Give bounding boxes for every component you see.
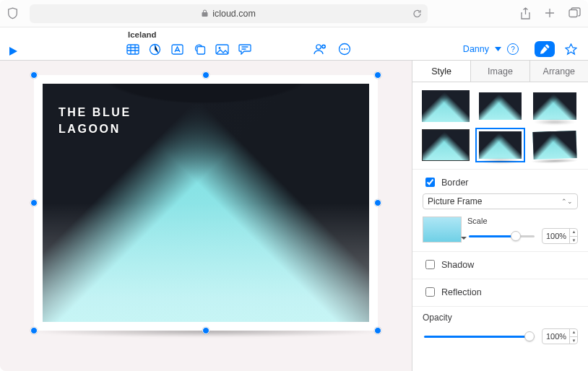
shape-tool-icon[interactable] xyxy=(190,41,209,57)
resize-handle-tm[interactable] xyxy=(202,71,209,79)
chevron-down-icon[interactable] xyxy=(495,47,501,51)
opacity-slider[interactable] xyxy=(424,336,535,338)
reflection-checkbox-row[interactable]: Reflection xyxy=(423,285,578,299)
border-checkbox-row[interactable]: Border xyxy=(423,175,578,189)
url-text: icloud.com xyxy=(212,9,256,19)
style-preset-6[interactable] xyxy=(530,128,579,162)
text-tool-icon[interactable] xyxy=(168,41,187,57)
scale-label: Scale xyxy=(467,217,578,225)
border-label: Border xyxy=(441,178,469,188)
chevron-updown-icon: ⌃⌄ xyxy=(561,198,573,205)
privacy-shield-icon[interactable] xyxy=(7,7,18,19)
selected-image[interactable]: THE BLUE LAGOON xyxy=(34,75,378,331)
table-tool-icon[interactable] xyxy=(123,41,142,57)
svg-point-7 xyxy=(316,44,321,48)
collaborate-icon[interactable] xyxy=(310,41,329,57)
format-inspector-button[interactable] xyxy=(535,41,555,57)
format-inspector: Style Image Arrange Border Picture Frame… xyxy=(412,61,588,371)
play-slideshow-button[interactable] xyxy=(7,45,29,57)
svg-rect-4 xyxy=(197,47,205,55)
more-options-icon[interactable] xyxy=(335,41,355,57)
tabs-overview-icon[interactable] xyxy=(568,7,581,20)
style-preset-1[interactable] xyxy=(421,90,470,123)
border-checkbox[interactable] xyxy=(425,178,435,187)
reflection-checkbox[interactable] xyxy=(425,287,435,297)
shadow-checkbox-row[interactable]: Shadow xyxy=(423,258,578,271)
svg-rect-1 xyxy=(127,45,139,54)
refresh-icon[interactable] xyxy=(412,9,422,19)
user-menu[interactable]: Danny xyxy=(463,44,489,54)
resize-handle-bm[interactable] xyxy=(202,327,209,334)
help-icon[interactable]: ? xyxy=(507,43,519,55)
svg-point-6 xyxy=(219,47,221,49)
border-type-value: Picture Frame xyxy=(428,196,482,206)
document-title: Iceland xyxy=(128,30,157,39)
resize-handle-mr[interactable] xyxy=(374,199,381,206)
shadow-label: Shadow xyxy=(441,260,474,270)
tab-image[interactable]: Image xyxy=(471,61,529,82)
new-tab-icon[interactable] xyxy=(544,7,555,20)
comment-tool-icon[interactable] xyxy=(235,41,254,57)
svg-point-11 xyxy=(344,48,345,50)
tab-arrange[interactable]: Arrange xyxy=(530,61,588,82)
svg-rect-0 xyxy=(569,9,577,17)
resize-handle-ml[interactable] xyxy=(30,199,38,206)
style-preset-2[interactable] xyxy=(476,90,525,123)
shadow-checkbox[interactable] xyxy=(425,260,435,269)
border-type-select[interactable]: Picture Frame ⌃⌄ xyxy=(423,193,578,209)
opacity-label: Opacity xyxy=(423,313,578,323)
resize-handle-bl[interactable] xyxy=(30,327,38,334)
image-caption: THE BLUE LAGOON xyxy=(59,104,131,137)
chart-tool-icon[interactable] xyxy=(145,41,165,57)
style-preset-3[interactable] xyxy=(530,90,579,123)
scale-stepper[interactable]: ▲▼ xyxy=(569,228,578,244)
opacity-value-field[interactable]: 100% ▲▼ xyxy=(542,328,578,344)
share-icon[interactable] xyxy=(520,7,531,20)
media-tool-icon[interactable] xyxy=(212,41,232,57)
tab-style[interactable]: Style xyxy=(412,61,471,82)
address-bar[interactable]: icloud.com xyxy=(30,4,428,23)
style-preset-5[interactable] xyxy=(476,128,525,162)
svg-point-12 xyxy=(347,48,348,50)
animate-inspector-button[interactable] xyxy=(561,41,581,57)
slide-canvas[interactable]: THE BLUE LAGOON xyxy=(0,61,412,371)
scale-value-field[interactable]: 100% ▲▼ xyxy=(542,228,578,244)
opacity-stepper[interactable]: ▲▼ xyxy=(569,328,578,344)
resize-handle-tr[interactable] xyxy=(374,71,381,79)
resize-handle-tl[interactable] xyxy=(30,71,38,79)
lock-icon xyxy=(202,9,208,17)
scale-slider[interactable] xyxy=(469,235,535,237)
frame-style-swatch[interactable] xyxy=(423,217,462,243)
style-preset-4[interactable] xyxy=(421,128,470,162)
resize-handle-br[interactable] xyxy=(374,327,381,334)
reflection-label: Reflection xyxy=(441,287,482,297)
svg-point-10 xyxy=(342,48,343,50)
